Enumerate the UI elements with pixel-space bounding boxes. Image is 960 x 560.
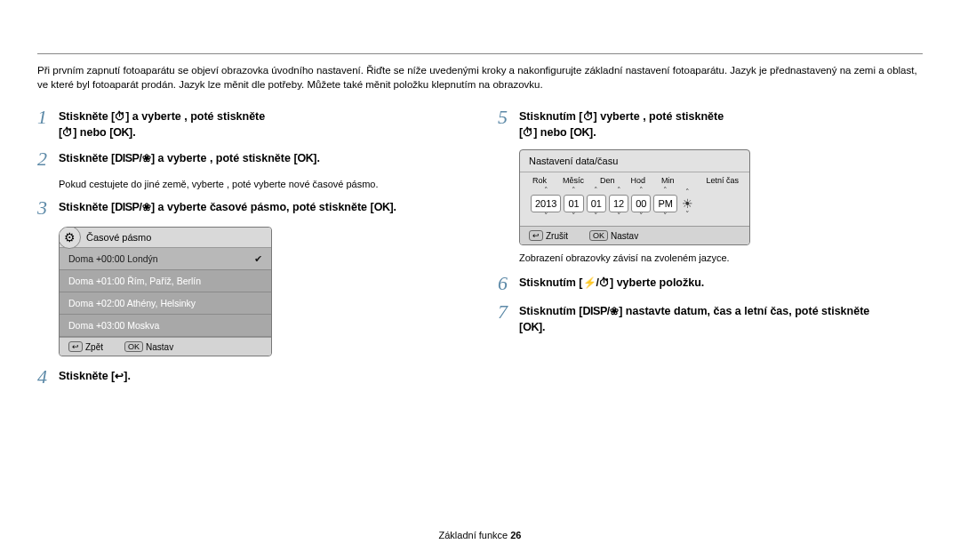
- ok-icon: OK: [374, 201, 390, 213]
- disp-icon: DISP: [115, 152, 139, 164]
- check-icon: ✔: [254, 253, 262, 264]
- step-text: Stisknutím [DISP/❀] nastavte datum, čas …: [519, 302, 869, 335]
- panel-footer: ↩ Zpět OK Nastav: [60, 337, 271, 356]
- display-note: Zobrazení obrazovky závisí na zvoleném j…: [519, 252, 923, 263]
- back-icon: ↩: [115, 370, 124, 382]
- panel-footer: ↩ Zrušit OK Nastav: [520, 226, 749, 244]
- set-button[interactable]: OK Nastav: [124, 341, 173, 352]
- tz-row[interactable]: Doma +03:00 Moskva: [60, 315, 271, 337]
- step-text: Stisknutím [⏱] vyberte , poté stiskněte …: [519, 108, 724, 140]
- page-footer: Základní funkce 26: [0, 530, 960, 540]
- ok-icon: OK: [113, 126, 129, 139]
- set-button[interactable]: OK Nastav: [589, 230, 638, 241]
- down-icon[interactable]: ˅: [544, 212, 548, 220]
- timer-icon: ⏱: [115, 110, 125, 123]
- right-column: 5 Stisknutím [⏱] vyberte , poté stisknět…: [498, 108, 923, 396]
- step-1: 1 Stiskněte [⏱] a vyberte , poté stiskně…: [37, 108, 462, 140]
- step-number: 6: [498, 274, 519, 293]
- flower-icon: ❀: [142, 201, 151, 213]
- disp-icon: DISP: [583, 305, 607, 317]
- step-2-note: Pokud cestujete do jiné země, vyberte , …: [59, 178, 462, 191]
- min-spinner[interactable]: ˄00˅: [631, 187, 651, 220]
- step-6: 6 Stisknutím [⚡/⏱] vyberte položku.: [498, 274, 923, 293]
- tz-row[interactable]: Doma +01:00 Řím, Paříž, Berlín: [60, 270, 271, 292]
- datetime-panel: Nastavení data/času Rok Měsíc Den Hod Mi…: [519, 149, 750, 245]
- bolt-icon: ⚡: [583, 276, 596, 289]
- step-number: 4: [37, 367, 59, 387]
- step-number: 3: [37, 198, 59, 218]
- timezone-panel: ⚙ Časové pásmo Doma +00:00 Londýn ✔ Doma…: [59, 227, 272, 356]
- ok-key: OK: [124, 341, 143, 352]
- panel-header: ⚙ Časové pásmo: [60, 228, 271, 248]
- step-5: 5 Stisknutím [⏱] vyberte , poté stisknět…: [498, 108, 923, 140]
- hour-spinner[interactable]: ˄12˅: [609, 187, 628, 220]
- year-spinner[interactable]: ˄2013˅: [531, 187, 561, 220]
- step-3: 3 Stiskněte [DISP/❀] a vyberte časové pá…: [37, 198, 462, 218]
- sun-icon: ☀: [680, 196, 695, 211]
- step-number: 1: [37, 108, 59, 140]
- step-number: 5: [498, 108, 519, 140]
- timer-icon: ⏱: [599, 276, 610, 289]
- back-icon: ↩: [68, 341, 83, 352]
- back-button[interactable]: ↩ Zpět: [68, 341, 103, 352]
- step-text: Stiskněte [↩].: [59, 367, 131, 387]
- tz-row[interactable]: Doma +02:00 Athény, Helsinky: [60, 292, 271, 315]
- timer-icon: ⏱: [62, 126, 73, 139]
- ok-icon: OK: [298, 152, 314, 164]
- ok-icon: OK: [523, 321, 539, 333]
- back-icon: ↩: [529, 230, 543, 241]
- step-4: 4 Stiskněte [↩].: [37, 367, 462, 387]
- dt-labels: Rok Měsíc Den Hod Min Letní čas: [520, 172, 749, 185]
- panel-title: Časové pásmo: [86, 232, 151, 243]
- tz-row-selected[interactable]: Doma +00:00 Londýn ✔: [60, 248, 271, 270]
- panel-title: Nastavení data/času: [520, 150, 749, 172]
- step-number: 7: [498, 302, 519, 335]
- step-7: 7 Stisknutím [DISP/❀] nastavte datum, ča…: [498, 302, 923, 335]
- disp-icon: DISP: [115, 201, 139, 213]
- flower-icon: ❀: [142, 152, 151, 164]
- day-spinner[interactable]: ˄01˅: [587, 187, 606, 220]
- cancel-button[interactable]: ↩ Zrušit: [529, 230, 568, 241]
- ampm-spinner[interactable]: ˄PM˅: [653, 187, 677, 220]
- dt-row: ˄2013˅ ˄01˅ ˄01˅ ˄12˅ ˄00˅ ˄PM˅ ˄☀˅: [520, 185, 749, 226]
- step-text: Stiskněte [DISP/❀] a vyberte časové pásm…: [59, 198, 396, 218]
- flower-icon: ❀: [610, 305, 619, 317]
- columns: 1 Stiskněte [⏱] a vyberte , poté stiskně…: [37, 108, 923, 396]
- left-column: 1 Stiskněte [⏱] a vyberte , poté stiskně…: [37, 108, 462, 396]
- ok-icon: OK: [573, 126, 589, 139]
- step-text: Stisknutím [⚡/⏱] vyberte položku.: [519, 274, 704, 293]
- timer-icon: ⏱: [523, 126, 533, 139]
- step-2: 2 Stiskněte [DISP/❀] a vyberte , poté st…: [37, 149, 462, 169]
- step-text: Stiskněte [DISP/❀] a vyberte , poté stis…: [59, 149, 320, 169]
- step-number: 2: [37, 149, 59, 169]
- intro-text: Při prvním zapnutí fotoaparátu se objeví…: [37, 63, 923, 92]
- ok-key: OK: [589, 230, 608, 241]
- timer-icon: ⏱: [583, 110, 594, 123]
- up-icon[interactable]: ˄: [544, 187, 548, 195]
- gear-icon: ⚙: [59, 227, 81, 249]
- step-text: Stiskněte [⏱] a vyberte , poté stiskněte…: [59, 108, 265, 140]
- month-spinner[interactable]: ˄01˅: [564, 187, 583, 220]
- dst-spinner[interactable]: ˄☀˅: [680, 188, 695, 219]
- top-rule: [37, 53, 923, 54]
